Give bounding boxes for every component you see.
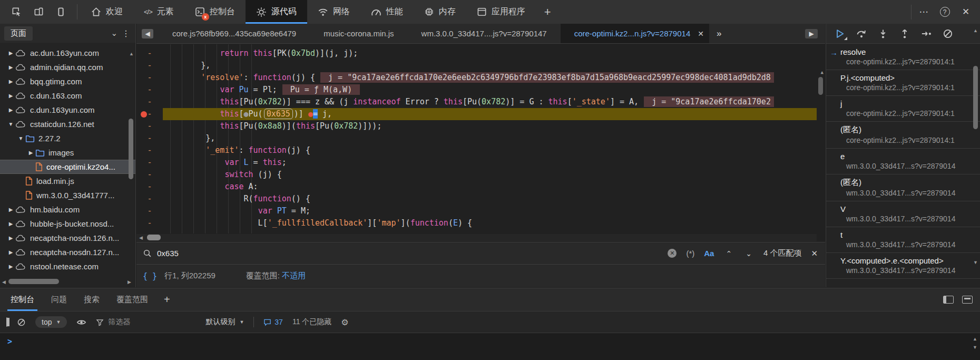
tab-welcome[interactable]: 欢迎	[81, 0, 133, 24]
tree-item-c-dun-163yun-com[interactable]: ▶c.dun.163yun.com	[0, 103, 135, 117]
scroll-left-icon[interactable]: ◀	[2, 279, 6, 285]
tree-collapsed-icon[interactable]: ▶	[6, 93, 15, 99]
match-case-toggle[interactable]: Aa	[704, 249, 714, 258]
tab-network[interactable]: 网络	[307, 0, 360, 24]
tree-collapsed-icon[interactable]: ▶	[6, 107, 15, 113]
tab-application[interactable]: 应用程序	[466, 0, 536, 24]
call-stack-frame[interactable]: Y.<computed>.e.<computed>wm.3.0.0_33d417…	[826, 253, 980, 279]
code-line[interactable]: - },	[136, 132, 817, 144]
line-gutter[interactable]: -	[136, 169, 163, 181]
line-gutter[interactable]: -	[136, 181, 163, 193]
previous-match-icon[interactable]: ⌃	[723, 249, 734, 258]
code-line[interactable]: - case A:	[136, 181, 817, 193]
tree-item-hubble-js-bucket-nosd-[interactable]: ▶hubble-js-bucket.nosd...	[0, 217, 135, 231]
tree-item-hm-baidu-com[interactable]: ▶hm.baidu.com	[0, 202, 135, 217]
deactivate-breakpoints-icon[interactable]	[943, 28, 953, 39]
call-stack-frame[interactable]: twm.3.0.0_33d417...s?v=2879014	[826, 227, 980, 253]
tree-item-bqq-gtimg-com[interactable]: ▶bqq.gtimg.com	[0, 74, 135, 89]
code-line-paused[interactable]: - this[●Pu(0x635)] ●= j,	[136, 108, 817, 120]
tree-item-load-min-js[interactable]: load.min.js	[0, 174, 135, 188]
tab-performance[interactable]: 性能	[360, 0, 414, 24]
line-gutter[interactable]: -	[136, 96, 163, 108]
call-stack-frame[interactable]: (匿名)core-optimi.kz2...js?v=2879014:1	[826, 122, 980, 149]
more-options-icon[interactable]: ⋯	[915, 3, 933, 21]
line-gutter[interactable]: -	[136, 47, 163, 60]
tree-collapsed-icon[interactable]: ▶	[6, 207, 15, 212]
tree-expanded-icon[interactable]: ▼	[16, 135, 25, 141]
tree-expanded-icon[interactable]: ▼	[6, 121, 15, 127]
tree-item-images[interactable]: ▶images	[0, 145, 135, 160]
drawer-tab-覆盖范围[interactable]: 覆盖范围	[108, 288, 156, 311]
focus-page-icon[interactable]	[52, 3, 70, 21]
editor-tab[interactable]: core-optimi.kz2...n.js?v=2879014✕	[561, 24, 709, 43]
breakpoint-dot[interactable]	[141, 111, 147, 118]
step-out-icon[interactable]	[899, 28, 910, 39]
close-devtools-icon[interactable]: ✕	[957, 3, 975, 21]
code-line[interactable]: - var PT = M;	[136, 205, 817, 217]
scroll-up-icon[interactable]: ▲	[821, 70, 824, 75]
tab-elements[interactable]: </>元素	[133, 0, 184, 24]
eye-icon[interactable]	[76, 317, 86, 327]
step-into-icon[interactable]	[878, 28, 888, 39]
tree-item-wm-3-0-0-33d41777-[interactable]: wm.3.0.0_33d41777...	[0, 188, 135, 202]
navigator-more-icon[interactable]: ⋮	[121, 28, 135, 38]
line-gutter[interactable]: -	[136, 217, 163, 229]
console-settings-gear-icon[interactable]: ⚙	[341, 317, 348, 327]
tree-collapsed-icon[interactable]: ▶	[6, 221, 15, 227]
close-search-icon[interactable]: ✕	[811, 249, 818, 258]
help-icon[interactable]: ?	[936, 3, 954, 21]
tree-collapsed-icon[interactable]: ▶	[6, 249, 15, 255]
pretty-print-icon[interactable]: { }	[143, 271, 157, 281]
code-line[interactable]: - return this[PK(0x7bd)](j, j);	[136, 47, 817, 60]
tree-collapsed-icon[interactable]: ▶	[6, 64, 15, 70]
tree-item-admin-qidian-qq-com[interactable]: ▶admin.qidian.qq.com	[0, 60, 135, 74]
tab-overflow-icon[interactable]: »	[709, 24, 729, 43]
tree-collapsed-icon[interactable]: ▶	[26, 150, 35, 155]
tab-page[interactable]: 页面	[4, 26, 33, 41]
scroll-up-icon[interactable]: ▲	[973, 28, 978, 33]
chevron-down-icon[interactable]: ⌄	[107, 28, 121, 38]
call-stack-frame[interactable]: Vwm.3.0.0_33d417...s?v=2879014	[826, 201, 980, 227]
drawer-tab-控制台[interactable]: 控制台	[2, 288, 43, 311]
editor-horizontal-scrollbar[interactable]: ◀	[136, 234, 817, 241]
log-level-selector[interactable]: 默认级别 ▼	[205, 317, 244, 327]
step-over-icon[interactable]	[856, 28, 867, 39]
code-line[interactable]: - '_emit': function(j) {	[136, 144, 817, 157]
console-scrollbar[interactable]: ▲ ▼	[973, 336, 977, 350]
line-gutter[interactable]: -	[136, 193, 163, 205]
line-gutter[interactable]: -	[136, 84, 163, 96]
tree-collapsed-icon[interactable]: ▶	[6, 235, 15, 241]
code-line[interactable]: - },	[136, 60, 817, 72]
tab-console[interactable]: x控制台	[184, 0, 246, 24]
call-stack-frame[interactable]: jcore-optimi.kz2...js?v=2879014:1	[826, 96, 980, 122]
callstack-scrollbar[interactable]	[973, 66, 978, 129]
line-gutter[interactable]: -	[136, 144, 163, 157]
hide-navigator-icon[interactable]: ◀	[142, 29, 153, 38]
code-line[interactable]: - L['_fullfilledCallback']['map'](functi…	[136, 217, 817, 229]
tree-item-nstool-netease-com[interactable]: ▶nstool.netease.com	[0, 259, 135, 274]
drawer-tab-搜索[interactable]: 搜索	[75, 288, 108, 311]
editor-tab[interactable]: core.js?68fb969...435ca69e8e6479	[159, 24, 310, 43]
call-stack-frame[interactable]: P.j.<computed>core-optimi.kz2...js?v=287…	[826, 70, 980, 96]
scroll-down-icon[interactable]: ▼	[973, 345, 977, 350]
tree-item-necaptcha-nosdn-126-n-[interactable]: ▶necaptcha-nosdn.126.n...	[0, 231, 135, 245]
tree-collapsed-icon[interactable]: ▶	[6, 79, 15, 84]
scroll-left-icon[interactable]: ◀	[139, 235, 143, 240]
code-line[interactable]: - var Pu = Pl; Pu = ƒ M(a,W)	[136, 84, 817, 96]
tree-collapsed-icon[interactable]: ▶	[6, 264, 15, 269]
line-gutter[interactable]: -	[136, 132, 163, 144]
line-gutter[interactable]: -	[136, 157, 163, 169]
add-panel-button[interactable]: +	[536, 0, 560, 24]
call-stack-frame[interactable]: →resolvecore-optimi.kz2...js?v=2879014:1	[826, 44, 980, 70]
next-match-icon[interactable]: ⌄	[743, 249, 754, 258]
code-line[interactable]: - var L = this;	[136, 157, 817, 169]
add-drawer-tab-button[interactable]: +	[156, 288, 178, 311]
tree-item-2-27-2[interactable]: ▼2.27.2	[0, 131, 135, 145]
coverage-value[interactable]: 不适用	[282, 271, 306, 280]
device-toolbar-icon[interactable]	[30, 3, 47, 21]
regex-toggle[interactable]: (*)	[686, 249, 694, 258]
scrollbar-thumb[interactable]	[8, 279, 59, 284]
editor-tab[interactable]: music-corona.min.js	[310, 24, 407, 43]
scroll-down-icon[interactable]: ▼	[973, 260, 978, 265]
line-gutter[interactable]: -	[136, 205, 163, 217]
